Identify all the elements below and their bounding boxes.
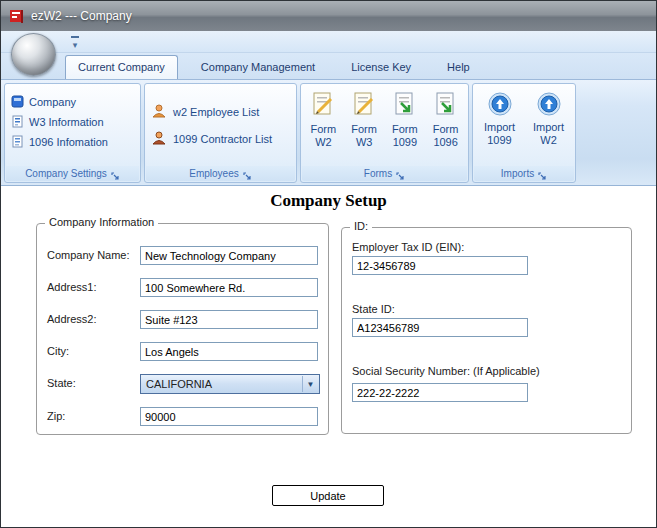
ribbon-button-label: Form 1096	[433, 123, 459, 148]
zip-input[interactable]	[140, 407, 318, 426]
ribbon-button-label: Form W2	[311, 123, 337, 148]
main-content: Company Setup Company Information Compan…	[1, 187, 656, 527]
dialog-launcher-icon[interactable]	[111, 170, 120, 179]
ribbon-item-label: w2 Employee List	[173, 106, 259, 118]
ein-input[interactable]	[352, 256, 528, 275]
ribbon-button-form-1099[interactable]: Form 1099	[386, 88, 424, 164]
application-orb-button[interactable]	[11, 33, 56, 76]
city-input[interactable]	[140, 342, 318, 361]
form-w2-icon	[304, 91, 342, 121]
company-name-input[interactable]	[140, 246, 318, 265]
app-window: ezW2 --- Company ▾ Current Company Compa…	[0, 0, 657, 528]
company-name-label: Company Name:	[47, 246, 130, 265]
ribbon-item-label: W3 Information	[29, 116, 104, 128]
address1-label: Address1:	[47, 278, 97, 297]
ribbon-item-w2-employee-list[interactable]: w2 Employee List	[151, 98, 290, 125]
dialog-launcher-icon[interactable]	[538, 170, 547, 179]
state-id-label: State ID:	[352, 300, 395, 319]
state-dropdown[interactable]: CALIFORNIA ▼	[140, 374, 320, 394]
employee-person-icon	[151, 103, 167, 121]
tab-current-company[interactable]: Current Company	[65, 55, 178, 79]
group-caption-forms: Forms	[302, 166, 467, 181]
window-title: ezW2 --- Company	[31, 9, 132, 23]
company-information-legend: Company Information	[45, 216, 158, 228]
tab-company-management[interactable]: Company Management	[188, 55, 328, 79]
group-caption-label: Forms	[364, 168, 392, 179]
1096-information-icon	[11, 135, 24, 150]
ribbon-item-1096-information[interactable]: 1096 Infomation	[11, 132, 134, 152]
ein-label: Employer Tax ID (EIN):	[352, 238, 464, 257]
ribbon-button-form-1096[interactable]: Form 1096	[427, 88, 465, 164]
state-id-input[interactable]	[352, 318, 528, 337]
group-caption-company-settings: Company Settings	[6, 166, 139, 181]
company-information-groupbox: Company Information Company Name: Addres…	[36, 223, 329, 435]
city-label: City:	[47, 342, 69, 361]
w3-information-icon	[11, 115, 24, 130]
quick-access-toolbar: ▾	[1, 31, 656, 53]
dialog-launcher-icon[interactable]	[396, 170, 405, 179]
ssn-label: Social Security Number: (If Applicable)	[352, 362, 540, 381]
dialog-launcher-icon[interactable]	[243, 170, 252, 179]
ribbon-button-label: Form W3	[351, 123, 377, 148]
ribbon-item-label: 1096 Infomation	[29, 136, 108, 148]
zip-label: Zip:	[47, 407, 65, 426]
group-caption-employees: Employees	[146, 166, 295, 181]
ribbon-tab-bar: Current Company Company Management Licen…	[1, 53, 656, 79]
group-caption-label: Company Settings	[25, 168, 107, 179]
contractor-person-icon	[151, 130, 167, 148]
address1-input[interactable]	[140, 278, 318, 297]
ribbon-button-label: Import 1099	[484, 121, 515, 146]
group-caption-label: Employees	[189, 168, 238, 179]
form-1099-icon	[386, 91, 424, 121]
ribbon: Company W3 Information	[1, 79, 656, 186]
ribbon-item-company[interactable]: Company	[11, 92, 134, 112]
form-w3-icon	[345, 91, 383, 121]
ribbon-button-label: Import W2	[533, 121, 564, 146]
form-1096-icon	[427, 91, 465, 121]
id-groupbox: ID: Employer Tax ID (EIN): State ID: Soc…	[341, 227, 632, 434]
id-legend: ID:	[350, 220, 372, 232]
address2-label: Address2:	[47, 310, 97, 329]
ribbon-group-imports: Import 1099 Import W2 Imports	[472, 83, 576, 183]
address2-input[interactable]	[140, 310, 318, 329]
group-caption-imports: Imports	[474, 166, 574, 181]
titlebar[interactable]: ezW2 --- Company	[1, 1, 656, 31]
state-label: State:	[47, 374, 76, 393]
ribbon-button-label: Form 1099	[392, 123, 418, 148]
qat-customize-dropdown-icon[interactable]: ▾	[67, 34, 83, 50]
ribbon-button-import-1099[interactable]: Import 1099	[477, 88, 523, 164]
ribbon-item-label: Company	[29, 96, 76, 108]
app-logo-icon	[9, 8, 25, 24]
ribbon-group-company-settings: Company W3 Information	[4, 83, 141, 183]
ribbon-group-employees: w2 Employee List 1099 Contractor List Em…	[144, 83, 297, 183]
page-title: Company Setup	[1, 191, 656, 211]
import-w2-icon	[526, 91, 572, 119]
group-caption-label: Imports	[501, 168, 534, 179]
import-1099-icon	[477, 91, 523, 119]
ribbon-button-import-w2[interactable]: Import W2	[526, 88, 572, 164]
ribbon-button-form-w2[interactable]: Form W2	[304, 88, 342, 164]
ribbon-item-w3-information[interactable]: W3 Information	[11, 112, 134, 132]
update-button[interactable]: Update	[272, 485, 384, 506]
tab-help[interactable]: Help	[434, 55, 483, 79]
ribbon-item-label: 1099 Contractor List	[173, 133, 272, 145]
ribbon-group-forms: Form W2 Form W3	[300, 83, 469, 183]
chevron-down-icon[interactable]: ▼	[302, 376, 318, 392]
state-dropdown-value: CALIFORNIA	[146, 378, 212, 390]
company-icon	[11, 95, 24, 110]
ribbon-item-1099-contractor-list[interactable]: 1099 Contractor List	[151, 125, 290, 152]
ssn-input[interactable]	[352, 383, 528, 402]
tab-license-key[interactable]: License Key	[338, 55, 424, 79]
ribbon-button-form-w3[interactable]: Form W3	[345, 88, 383, 164]
